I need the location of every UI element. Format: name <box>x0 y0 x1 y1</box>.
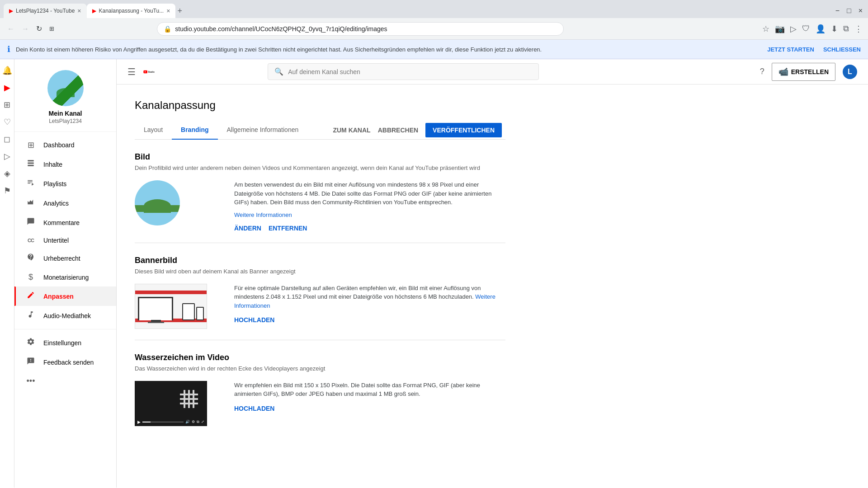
sidebar-item-label-inhalte: Inhalte <box>43 161 62 168</box>
anpassen-icon <box>25 291 36 301</box>
veroeffentlichen-button[interactable]: VERÖFFENTLICHEN <box>425 123 502 137</box>
bild-info-text: Am besten verwendest du ein Bild mit ein… <box>234 180 505 207</box>
media-icon[interactable]: ▷ <box>790 24 797 34</box>
miniplayer-icon: ⧉ <box>197 420 199 424</box>
wasserzeichen-hochladen-button[interactable]: HOCHLADEN <box>234 405 274 412</box>
section-bild: Bild Dein Profilbild wird unter anderem … <box>135 152 505 232</box>
wasserzeichen-body: ▶ 🔊 ⚙ ⧉ ⤢ <box>135 381 505 426</box>
bild-info-link[interactable]: Weitere Informationen <box>234 211 505 218</box>
tab-letsplay[interactable]: ▶ LetsPlay1234 - YouTube × <box>4 4 87 18</box>
sidebar-item-untertitel[interactable]: CC Untertitel <box>14 232 116 249</box>
content-scroll-area: Kanalanpassung Layout Branding Allgemein… <box>117 84 868 488</box>
tab-layout[interactable]: Layout <box>135 121 172 140</box>
sidebar-grid-icon[interactable]: ⊞ <box>1 97 13 113</box>
create-button[interactable]: 📹 ERSTELLEN <box>772 63 835 81</box>
sidebar-item-anpassen[interactable]: Anpassen <box>14 286 116 306</box>
app-layout: 🔔 ▶ ⊞ ♡ ◻ ▷ ◈ ⚑ Mein Kanal LetsPlay1234 … <box>0 59 868 488</box>
bannerbild-hochladen-button[interactable]: HOCHLADEN <box>234 316 274 324</box>
bannerbild-desc: Dieses Bild wird oben auf deinem Kanal a… <box>135 268 505 275</box>
tab-close-1[interactable]: × <box>77 7 81 14</box>
bookmark-icon[interactable]: ☆ <box>762 24 769 34</box>
sidebar-divider-1 <box>14 329 116 329</box>
sidebar-flag-icon[interactable]: ⚑ <box>1 183 14 198</box>
menu-icon[interactable]: ⋮ <box>854 24 863 34</box>
bild-body: Am besten verwendest du ein Bild mit ein… <box>135 180 505 232</box>
sidebar-item-label-einstellungen: Einstellungen <box>43 339 81 347</box>
tab-allgemeine-informationen[interactable]: Allgemeine Informationen <box>218 121 308 140</box>
search-input-wrap[interactable]: 🔍 <box>268 63 539 80</box>
tab-actions: ZUM KANAL ABBRECHEN VERÖFFENTLICHEN <box>333 123 505 137</box>
search-input[interactable] <box>288 68 532 75</box>
section-wasserzeichen: Wasserzeichen im Video Das Wasserzeichen… <box>135 353 505 426</box>
banner-cta-button[interactable]: JETZT STARTEN <box>767 46 814 53</box>
channel-name: Mein Kanal <box>49 110 82 117</box>
zum-kanal-button[interactable]: ZUM KANAL <box>333 127 370 134</box>
sidebar-item-playlists[interactable]: Playlists <box>14 174 116 193</box>
tab-kanalanpassung[interactable]: ▶ Kanalanpassung - YouTu... × <box>87 4 176 18</box>
bannerbild-actions: HOCHLADEN <box>234 316 505 324</box>
shield-icon[interactable]: 🛡 <box>802 24 810 33</box>
sidebar-instagram-icon[interactable]: ◻ <box>1 131 13 147</box>
section-bannerbild: Bannerbild Dieses Bild wird oben auf dei… <box>135 256 505 329</box>
watermark-icon <box>180 390 198 408</box>
sidebar-item-dashboard[interactable]: ⊞ Dashboard <box>14 136 116 155</box>
sidebar-gamepad-icon[interactable]: ◈ <box>1 166 13 181</box>
reload-button[interactable]: ↻ <box>34 23 44 35</box>
address-bar-right: ☆ 📷 ▷ 🛡 👤 ⬇ ⧉ ⋮ <box>762 24 863 34</box>
bild-entfernen-button[interactable]: ENTFERNEN <box>269 225 307 232</box>
address-input-wrap[interactable]: 🔒 studio.youtube.com/channel/UCocN6zQPHQ… <box>157 22 564 36</box>
yt-studio-logo[interactable]: Studio <box>143 67 157 77</box>
banner-close-button[interactable]: SCHLIESSEN <box>823 46 861 53</box>
help-icon-button[interactable]: ? <box>760 67 764 76</box>
minimize-button[interactable]: − <box>835 7 840 15</box>
sidebar-item-audio-mediathek[interactable]: Audio-Mediathek <box>14 306 116 325</box>
maximize-button[interactable]: □ <box>847 7 851 15</box>
sidebar-heart-icon[interactable]: ♡ <box>1 114 14 130</box>
divider-2 <box>135 340 505 340</box>
user-avatar[interactable]: L <box>843 65 857 79</box>
sidebar-nav: ⊞ Dashboard Inhalte Playlists Analytics <box>14 136 116 390</box>
extensions-icon[interactable]: ⧉ <box>843 24 849 33</box>
sidebar-item-label-playlists: Playlists <box>43 180 66 188</box>
sidebar-youtube-icon[interactable]: ▶ <box>1 80 13 95</box>
sidebar-item-monetarisierung[interactable]: $ Monetarisierung <box>14 268 116 286</box>
hamburger-button[interactable]: ☰ <box>127 66 136 77</box>
channel-avatar <box>47 70 84 106</box>
bild-info: Am besten verwendest du ein Bild mit ein… <box>234 180 505 232</box>
download-icon[interactable]: ⬇ <box>831 24 838 34</box>
security-banner: ℹ Dein Konto ist einem höheren Risiko vo… <box>0 40 868 59</box>
tab-close-2[interactable]: × <box>166 7 170 14</box>
new-tab-button[interactable]: + <box>177 6 182 16</box>
sidebar-item-einstellungen[interactable]: Einstellungen <box>14 333 116 352</box>
close-button[interactable]: × <box>859 7 863 15</box>
banner-illustration <box>135 284 207 329</box>
watermark-player-preview: ▶ 🔊 ⚙ ⧉ ⤢ <box>135 381 207 426</box>
profile-icon[interactable]: 👤 <box>816 24 826 34</box>
sidebar-play-icon[interactable]: ▷ <box>1 149 13 164</box>
sidebar-item-kommentare[interactable]: Kommentare <box>14 213 116 232</box>
sidebar-item-more[interactable]: ••• <box>14 372 116 390</box>
tab-favicon-2: ▶ <box>92 8 96 14</box>
forward-button[interactable]: → <box>20 23 31 35</box>
sidebar-item-inhalte[interactable]: Inhalte <box>14 155 116 174</box>
sidebar-item-analytics[interactable]: Analytics <box>14 193 116 213</box>
sidebar-item-feedback[interactable]: Feedback senden <box>14 352 116 372</box>
kommentare-icon <box>25 217 36 228</box>
sidebar-item-urheberrecht[interactable]: Urheberrecht <box>14 249 116 268</box>
channel-info: Mein Kanal LetsPlay1234 <box>14 63 116 132</box>
create-button-label: ERSTELLEN <box>791 68 829 75</box>
sidebar-notification-icon[interactable]: 🔔 <box>0 63 15 78</box>
back-button[interactable]: ← <box>5 23 16 35</box>
abbrechen-button[interactable]: ABBRECHEN <box>378 127 418 134</box>
page-title: Kanalanpassung <box>135 99 505 112</box>
bannerbild-body: Für eine optimale Darstellung auf allen … <box>135 284 505 329</box>
extensions-button[interactable]: ⊞ <box>47 23 56 34</box>
tab-branding[interactable]: Branding <box>172 121 217 140</box>
wasserzeichen-preview: ▶ 🔊 ⚙ ⧉ ⤢ <box>135 381 216 426</box>
bannerbild-info-link[interactable]: Weitere Informationen <box>234 293 495 309</box>
camera-icon[interactable]: 📷 <box>775 24 785 34</box>
bild-aendern-button[interactable]: ÄNDERN <box>234 225 261 232</box>
monetarisierung-icon: $ <box>25 272 36 282</box>
svg-text:Studio: Studio <box>148 70 155 73</box>
bannerbild-info: Für eine optimale Darstellung auf allen … <box>234 284 505 324</box>
